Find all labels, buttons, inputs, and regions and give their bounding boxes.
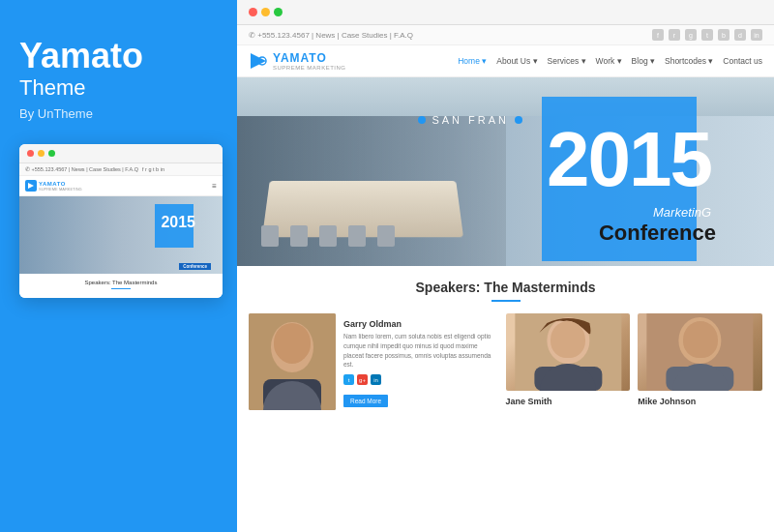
svg-point-4 — [283, 340, 288, 345]
mini-hero-conference-label: Conference — [179, 263, 211, 270]
speaker-1-svg — [249, 313, 336, 410]
hero-chair-2 — [290, 225, 308, 247]
social-facebook-icon: f — [652, 29, 664, 41]
speaker-card-1: Garry Oldman Nam libero lorem, cum solut… — [249, 313, 498, 413]
speaker-1-socials: t g+ in — [343, 374, 498, 385]
site-logo-tagline: SUPREME MARKETING — [273, 65, 346, 71]
mini-browser-preview: ✆ +555.123.4567 | News | Case Studies | … — [19, 144, 223, 298]
speaker-2-info: Jane Smith — [506, 391, 631, 413]
hero-conference-text: Conference — [599, 221, 716, 246]
speaker-1-linkedin-icon[interactable]: in — [371, 374, 381, 385]
nav-contact[interactable]: Contact us — [723, 56, 762, 66]
speaker-2-name: Jane Smith — [506, 397, 631, 406]
svg-point-5 — [297, 340, 302, 345]
speaker-card-3: Mike Johnson — [638, 313, 762, 413]
social-dribbble-icon: d — [734, 29, 746, 41]
site-nav-links: Home ▾ About Us ▾ Services ▾ Work ▾ Blog… — [458, 56, 762, 66]
mini-logo-text-group: YAMATO SUPREME MARKETING — [39, 181, 82, 192]
mini-phone: ✆ +555.123.4567 | News | Case Studies | … — [25, 166, 138, 172]
social-linkedin-icon: in — [751, 29, 762, 41]
browser-chrome — [237, 0, 774, 25]
browser-dots — [249, 8, 283, 16]
speaker-1-read-more-button[interactable]: Read More — [343, 395, 388, 407]
mini-topbar: ✆ +555.123.4567 | News | Case Studies | … — [19, 163, 223, 176]
speaker-photo-3 — [638, 313, 762, 391]
speaker-1-name: Garry Oldman — [343, 319, 498, 329]
svg-point-14 — [690, 336, 695, 341]
hero-year: 2015 — [547, 121, 711, 198]
mini-dot-red — [27, 150, 34, 157]
speakers-title: Speakers: The Masterminds — [249, 280, 762, 295]
svg-point-9 — [557, 336, 562, 341]
left-panel: Yamato Theme By UnTheme ✆ +555.123.4567 … — [0, 0, 237, 532]
right-panel: ✆ +555.123.4567 | News | Case Studies | … — [237, 0, 774, 532]
site-topbar-left: ✆ +555.123.4567 | News | Case Studies | … — [249, 31, 413, 40]
hero-chairs — [261, 225, 395, 247]
nav-work[interactable]: Work ▾ — [596, 56, 622, 66]
speaker-2-svg — [506, 313, 631, 391]
mini-speakers-section: Speakers: The Masterminds — [19, 274, 223, 298]
site-logo: YAMATO SUPREME MARKETING — [249, 51, 346, 71]
site-logo-text: YAMATO SUPREME MARKETING — [273, 51, 346, 71]
speaker-1-info: Garry Oldman Nam libero lorem, cum solut… — [343, 313, 498, 413]
hero-chair-5 — [377, 225, 395, 247]
speaker-3-svg — [638, 313, 762, 391]
browser-dot-green — [274, 8, 283, 16]
mini-social-icons: f r g t b in — [142, 166, 164, 172]
hero-chair-3 — [319, 225, 337, 247]
social-behance-icon: b — [718, 29, 729, 41]
mini-speakers-divider — [111, 288, 131, 289]
mini-hero: 2015 Conference — [19, 196, 223, 274]
svg-point-13 — [679, 317, 722, 364]
site-logo-name: YAMATO — [273, 51, 346, 65]
speaker-photo-2 — [506, 313, 631, 391]
mini-dot-green — [48, 150, 55, 157]
mini-speakers-title: Speakers: The Masterminds — [25, 280, 217, 285]
mini-dot-yellow — [38, 150, 45, 157]
mini-browser-bar — [19, 144, 223, 163]
svg-point-3 — [275, 325, 310, 364]
nav-about[interactable]: About Us ▾ — [496, 56, 537, 66]
speaker-card-2: Jane Smith — [506, 313, 631, 413]
mini-hamburger-icon: ≡ — [212, 182, 217, 191]
mini-logo: YAMATO SUPREME MARKETING — [25, 180, 82, 192]
social-rss-icon: r — [669, 29, 680, 41]
mini-hero-year: 2015 — [161, 214, 195, 231]
hero-san-fran-line: SAN FRAN — [418, 114, 522, 126]
social-google-icon: g — [685, 29, 697, 41]
svg-point-10 — [573, 336, 578, 341]
nav-shortcodes[interactable]: Shortcodes ▾ — [665, 56, 713, 66]
hero-marketing-text: MarketinG — [653, 205, 711, 220]
nav-services[interactable]: Services ▾ — [548, 56, 586, 66]
svg-point-2 — [271, 322, 313, 372]
nav-home[interactable]: Home ▾ — [458, 56, 487, 66]
theme-name: Yamato — [19, 39, 143, 74]
mini-logo-tagline: SUPREME MARKETING — [39, 187, 82, 192]
site-phone: ✆ +555.123.4567 | News | Case Studies | … — [249, 31, 413, 40]
speakers-grid: Garry Oldman Nam libero lorem, cum solut… — [249, 313, 762, 413]
svg-rect-11 — [534, 367, 602, 391]
nav-blog[interactable]: Blog ▾ — [632, 56, 655, 66]
svg-rect-6 — [263, 379, 321, 410]
speakers-section: Speakers: The Masterminds — [237, 266, 774, 532]
browser-dot-yellow — [261, 8, 270, 16]
hero-dot-icon — [418, 116, 426, 124]
site-topbar-right: f r g t b d in — [652, 29, 762, 41]
speakers-divider — [491, 300, 521, 302]
speaker-3-info: Mike Johnson — [638, 391, 762, 413]
mini-logo-icon — [25, 180, 37, 192]
svg-rect-16 — [667, 367, 734, 391]
svg-rect-7 — [515, 313, 621, 391]
svg-rect-12 — [647, 313, 754, 391]
site-topbar: ✆ +555.123.4567 | News | Case Studies | … — [237, 25, 774, 45]
mini-nav: YAMATO SUPREME MARKETING ≡ — [19, 176, 223, 196]
site-hero: SAN FRAN 2015 MarketinG Conference — [237, 77, 774, 266]
hero-chair-1 — [261, 225, 279, 247]
speaker-1-bio: Nam libero lorem, cum soluta nobis est e… — [343, 332, 498, 369]
speaker-1-google-icon[interactable]: g+ — [357, 374, 368, 385]
speaker-1-twitter-icon[interactable]: t — [343, 374, 354, 385]
site-navbar: YAMATO SUPREME MARKETING Home ▾ About Us… — [237, 45, 774, 77]
speaker-photo-1 — [249, 313, 336, 410]
theme-subtitle: Theme — [19, 75, 85, 101]
hero-chair-4 — [348, 225, 366, 247]
